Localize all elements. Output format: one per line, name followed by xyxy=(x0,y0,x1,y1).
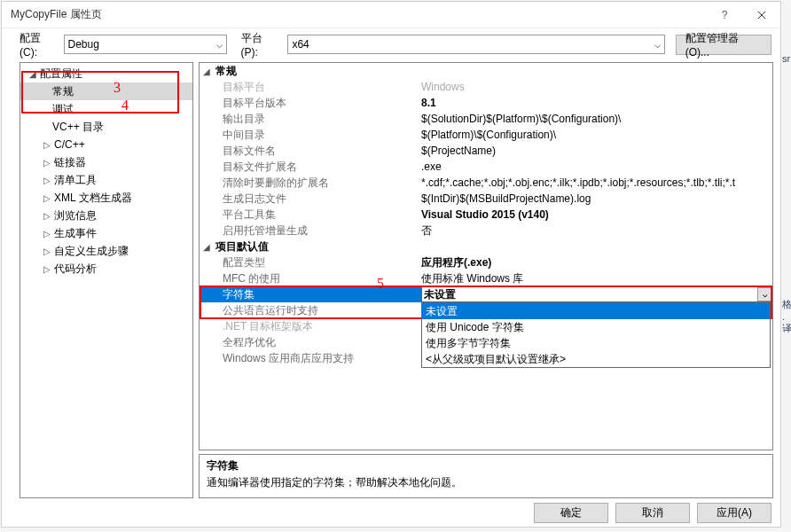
tree-item-9[interactable]: ▷自定义生成步骤 xyxy=(20,242,192,260)
ok-button[interactable]: 确定 xyxy=(534,503,608,523)
close-icon xyxy=(757,11,766,20)
prop-value: $(ProjectName) xyxy=(421,145,772,157)
close-button[interactable] xyxy=(743,2,780,28)
prop-row[interactable]: 清除时要删除的扩展名*.cdf;*.cache;*.obj;*.obj.enc;… xyxy=(200,175,772,191)
tree-item-7[interactable]: ▷浏览信息 xyxy=(20,207,192,224)
prop-row[interactable]: 目标平台版本8.1 xyxy=(200,95,772,111)
prop-label: 平台工具集 xyxy=(200,207,421,223)
prop-value: Windows xyxy=(421,81,772,93)
tree-item-5[interactable]: ▷清单工具 xyxy=(20,171,192,189)
expand-icon: ▷ xyxy=(42,211,52,221)
platform-label: 平台(P): xyxy=(241,31,279,59)
prop-label: 目标平台版本 xyxy=(200,96,421,111)
config-value: Debug xyxy=(68,38,99,51)
expand-icon: ▷ xyxy=(42,229,52,239)
expand-icon: ▷ xyxy=(42,193,52,203)
window-title: MyCopyFile 属性页 xyxy=(11,7,102,22)
group-0[interactable]: ◢常规 xyxy=(200,63,772,79)
prop-label: 输出目录 xyxy=(200,112,421,127)
chevron-down-icon: ⌵ xyxy=(216,38,223,51)
prop-label: MFC 的使用 xyxy=(200,271,421,286)
prop-value: $(SolutionDir)$(Platform)\$(Configuratio… xyxy=(421,113,772,125)
prop-value: .exe xyxy=(421,160,772,173)
prop-row[interactable]: 配置类型应用程序(.exe) xyxy=(200,254,772,270)
dropdown-item-2[interactable]: 使用多字节字符集 xyxy=(422,335,770,351)
collapse-icon: ◢ xyxy=(203,66,215,76)
tree-item-4[interactable]: ▷链接器 xyxy=(20,153,192,171)
tree-item-6[interactable]: ▷XML 文档生成器 xyxy=(20,189,192,207)
cancel-button[interactable]: 取消 xyxy=(615,503,690,523)
description-text: 通知编译器使用指定的字符集；帮助解决本地化问题。 xyxy=(207,475,765,490)
prop-value: Visual Studio 2015 (v140) xyxy=(421,208,772,221)
help-button[interactable]: ? xyxy=(706,2,743,28)
platform-value: x64 xyxy=(292,38,309,51)
prop-label: 公共语言运行时支持 xyxy=(200,303,421,318)
tree-item-2[interactable]: VC++ 目录 xyxy=(20,118,192,136)
prop-row[interactable]: MFC 的使用使用标准 Windows 库 xyxy=(200,270,772,286)
prop-label: 中间目录 xyxy=(200,128,421,143)
prop-value: 使用标准 Windows 库 xyxy=(421,271,772,286)
tree-item-0[interactable]: 常规 xyxy=(20,82,192,100)
prop-row[interactable]: 目标平台Windows xyxy=(200,79,772,95)
right-gutter: sr格.译 xyxy=(782,53,791,461)
prop-row[interactable]: 生成日志文件$(IntDir)$(MSBuildProjectName).log xyxy=(200,191,772,207)
prop-label: 字符集 xyxy=(199,287,421,302)
footer: 确定 取消 应用(A) xyxy=(2,498,780,528)
config-label: 配置(C): xyxy=(20,31,59,59)
prop-row[interactable]: 启用托管增量生成否 xyxy=(200,223,772,239)
tree-item-3[interactable]: ▷C/C++ xyxy=(20,136,192,153)
prop-value: $(IntDir)$(MSBuildProjectName).log xyxy=(421,192,772,205)
annotation-5: 5 xyxy=(377,276,384,292)
prop-label: 清除时要删除的扩展名 xyxy=(200,176,421,191)
prop-value: $(Platform)\$(Configuration)\ xyxy=(421,129,772,141)
expand-icon: ▷ xyxy=(42,246,52,256)
prop-row[interactable]: 目标文件扩展名.exe xyxy=(200,159,772,175)
prop-value: 否 xyxy=(421,223,772,239)
expand-icon: ▷ xyxy=(42,158,52,168)
prop-label: 目标文件扩展名 xyxy=(200,160,421,175)
toolbar: 配置(C): Debug ⌵ 平台(P): x64 ⌵ 配置管理器(O)... xyxy=(2,28,780,55)
collapse-icon: ◢ xyxy=(27,69,38,79)
config-manager-button[interactable]: 配置管理器(O)... xyxy=(676,35,771,55)
expand-icon: ▷ xyxy=(42,264,52,274)
prop-label: 目标平台 xyxy=(200,80,421,95)
tree-item-8[interactable]: ▷生成事件 xyxy=(20,224,192,242)
tree-root[interactable]: ◢配置属性 xyxy=(20,65,192,82)
tree-pane: ◢配置属性常规调试VC++ 目录▷C/C++▷链接器▷清单工具▷XML 文档生成… xyxy=(20,62,193,498)
prop-label: 启用托管增量生成 xyxy=(200,223,421,239)
prop-label: 配置类型 xyxy=(200,255,421,270)
group-1[interactable]: ◢项目默认值 xyxy=(200,239,772,254)
expand-icon: ▷ xyxy=(42,176,52,185)
titlebar: MyCopyFile 属性页 ? xyxy=(2,2,780,28)
prop-value: 8.1 xyxy=(421,97,772,109)
prop-label: Windows 应用商店应用支持 xyxy=(200,351,421,366)
config-combo[interactable]: Debug ⌵ xyxy=(64,35,227,54)
annotation-4: 4 xyxy=(121,98,129,113)
prop-label: 全程序优化 xyxy=(200,335,421,350)
platform-combo[interactable]: x64 ⌵ xyxy=(287,35,664,54)
prop-row[interactable]: 输出目录$(SolutionDir)$(Platform)\$(Configur… xyxy=(200,111,772,127)
prop-row[interactable]: 平台工具集Visual Studio 2015 (v140) xyxy=(200,207,772,223)
dropdown-item-3[interactable]: <从父级或项目默认设置继承> xyxy=(422,351,770,367)
tree-item-1[interactable]: 调试 xyxy=(20,100,192,118)
dropdown-item-0[interactable]: 未设置 xyxy=(422,303,770,319)
description-title: 字符集 xyxy=(207,458,765,473)
tree-item-10[interactable]: ▷代码分析 xyxy=(20,260,192,278)
prop-row[interactable]: 字符集未设置⌵ xyxy=(200,286,772,302)
dropdown-item-1[interactable]: 使用 Unicode 字符集 xyxy=(422,319,770,335)
expand-icon: ▷ xyxy=(42,140,52,150)
description-pane: 字符集 通知编译器使用指定的字符集；帮助解决本地化问题。 xyxy=(199,454,773,498)
dropdown-button[interactable]: ⌵ xyxy=(757,287,771,301)
prop-value: *.cdf;*.cache;*.obj;*.obj.enc;*.ilk;*.ip… xyxy=(421,176,772,189)
apply-button[interactable]: 应用(A) xyxy=(697,503,771,523)
charset-dropdown[interactable]: 未设置使用 Unicode 字符集使用多字节字符集<从父级或项目默认设置继承> xyxy=(421,302,771,368)
prop-row[interactable]: 中间目录$(Platform)\$(Configuration)\ xyxy=(200,127,772,143)
prop-label: .NET 目标框架版本 xyxy=(200,319,421,334)
collapse-icon: ◢ xyxy=(203,242,215,252)
prop-label: 生成日志文件 xyxy=(200,192,421,207)
prop-value: 应用程序(.exe) xyxy=(421,255,772,270)
chevron-down-icon: ⌵ xyxy=(654,38,661,51)
prop-row[interactable]: 目标文件名$(ProjectName) xyxy=(200,143,772,159)
prop-label: 目标文件名 xyxy=(200,144,421,159)
prop-value[interactable]: 未设置⌵ xyxy=(421,286,772,302)
